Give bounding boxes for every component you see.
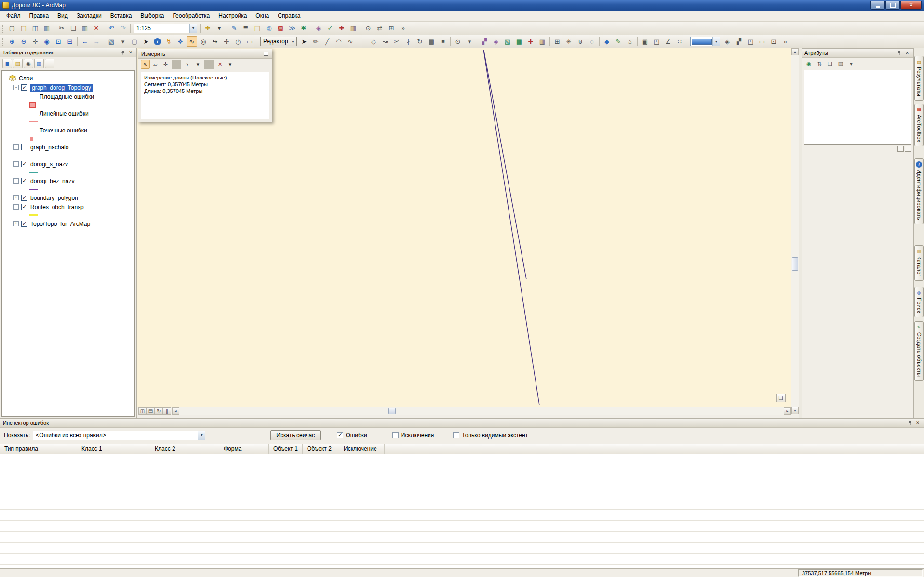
layers-tree[interactable]: Слои - ✓ graph_dorog_Topology Площадные … [1,70,135,417]
layer-checkbox[interactable]: ✓ [21,221,27,227]
modelbuilder-window-icon[interactable]: ✱ [298,23,309,34]
exceptions-checkbox[interactable] [392,432,399,438]
sidebar-tab-identify[interactable]: i Идентифицировать [914,158,924,224]
copy-icon[interactable]: ❏ [68,23,79,34]
expander-icon[interactable]: - [13,161,19,167]
layer-item-boundary-polygon[interactable]: + ✓ boundary_polygon [2,193,134,202]
split-icon[interactable]: ∤ [403,36,414,47]
layer-checkbox[interactable] [21,144,27,150]
fix-error-tool-icon[interactable]: ✚ [525,36,536,47]
delete-icon[interactable]: ✕ [91,23,102,34]
paste-icon[interactable]: ▥ [80,23,90,34]
identify-icon[interactable]: i [154,38,161,45]
chevron-down-icon[interactable] [712,37,720,46]
select-elements-icon[interactable]: ➤ [141,36,151,47]
layers-root-label[interactable]: Слои [19,75,33,82]
viewer-window-icon[interactable]: ▭ [244,36,255,47]
line-error-symbol[interactable] [29,121,38,122]
point-tool-icon[interactable]: ∙ [357,36,367,47]
validate-topology-extent-icon[interactable]: ▦ [514,36,524,47]
expander-icon[interactable]: - [13,178,19,184]
select-topology-icon[interactable]: ▣ [640,36,650,47]
html-popup-icon[interactable]: ❖ [175,36,186,47]
column-header[interactable]: Класс 2 [150,444,219,454]
go-to-xy-icon[interactable]: ✢ [221,36,232,47]
layer-item-dorogi-bez-nazv[interactable]: - ✓ dorogi_bez_nazv [2,176,134,185]
layer-item-routes-obch-transp[interactable]: - ✓ Routes_obch_transp [2,202,134,211]
zoom-whole-page-icon[interactable]: ⊡ [768,36,779,47]
clear-selection-icon[interactable]: ▢ [129,36,140,47]
overflow-chevron-icon[interactable]: » [398,23,408,34]
densify-icon[interactable]: ∷ [674,36,685,47]
layer-item-dorogi-s-nazv[interactable]: - ✓ dorogi_s_nazv [2,159,134,169]
exceptions-checkbox-label[interactable]: Исключения [401,432,434,439]
rotate-icon[interactable]: ↻ [415,36,425,47]
feature-construction-icon[interactable]: ⌂ [625,36,635,47]
chevron-down-icon[interactable] [198,431,205,440]
arctoolbox-window-icon[interactable]: ▩ [275,23,286,34]
toc-header[interactable]: Таблица содержания [0,48,136,57]
rule-filter-combo[interactable]: <Ошибки из всех правил> [33,431,205,440]
fixed-zoom-in-icon[interactable]: ⊡ [53,36,64,47]
attributes-options-dropdown-icon[interactable]: ▾ [846,59,856,68]
snapping-toggle-icon[interactable]: ⊙ [453,36,463,47]
straight-segment-icon[interactable]: ╱ [322,36,333,47]
validate-topology-area-icon[interactable]: ▧ [502,36,513,47]
hyperlink-icon[interactable]: ↯ [163,36,174,47]
pin-icon[interactable] [896,50,903,56]
layer-item-graph-nachalo[interactable]: - graph_nachalo [2,143,134,152]
sketch-properties-icon[interactable]: ≡ [438,36,448,47]
toolbar-grip[interactable] [2,24,4,33]
snapping-dropdown-icon[interactable]: ▾ [464,36,475,47]
layout-toolbar-icon[interactable]: ▭ [757,36,767,47]
add-data-icon[interactable]: ✚ [202,23,213,34]
total-dropdown-icon[interactable]: ▾ [193,60,202,69]
expander-icon[interactable]: + [13,221,19,226]
find-icon[interactable]: ◎ [198,36,209,47]
shared-features-icon[interactable]: ◳ [651,36,662,47]
layer-label[interactable]: Topo/Topo_for_ArcMap [30,221,90,227]
pause-drawing-button[interactable]: ∥ [163,407,171,415]
scroll-left-icon[interactable] [172,407,179,415]
menu-selection[interactable]: Выборка [136,11,168,21]
cut-icon[interactable]: ✂ [56,23,67,34]
menu-bookmarks[interactable]: Закладки [72,11,106,21]
topology-edit-tool-icon[interactable]: ▞ [734,36,744,47]
generalize-icon[interactable]: ∠ [663,36,673,47]
layer-checkbox[interactable]: ✓ [21,195,27,201]
scroll-right-icon[interactable] [784,407,791,415]
point-error-symbol[interactable] [30,137,33,141]
error-inspector-icon[interactable]: ▦ [348,23,359,34]
scroll-up-icon[interactable] [791,48,799,55]
fixed-zoom-out-icon[interactable]: ⊟ [65,36,75,47]
error-inspector-header[interactable]: Инспектор ошибок [0,418,924,428]
column-header[interactable]: Класс 1 [77,444,150,454]
map-vertical-scrollbar[interactable] [791,48,799,415]
select-dropdown-icon[interactable]: ▾ [118,36,128,47]
close-icon[interactable] [914,420,921,426]
column-header[interactable]: Тип правила [0,444,77,454]
line-symbol[interactable] [29,214,38,216]
menu-file[interactable]: Файл [2,11,25,21]
sidebar-tab-search[interactable]: ◎ Поиск [914,287,924,317]
expander-icon[interactable]: - [13,204,19,210]
zoom-out-icon[interactable]: ⊖ [18,36,29,47]
catalog-window-icon[interactable]: ▤ [252,23,263,34]
layer-label[interactable]: Routes_obch_transp [30,204,84,210]
clear-results-icon[interactable]: ✕ [215,60,225,69]
symbol-selector-icon[interactable]: ◆ [602,36,612,47]
vertical-scroll-thumb[interactable] [792,257,798,271]
edit-vertices-icon[interactable]: ◇ [368,36,379,47]
scroll-down-icon[interactable] [791,407,799,414]
error-inspector-window-icon[interactable]: ▥ [537,36,548,47]
undo-icon[interactable]: ↶ [106,23,117,34]
list-by-drawing-order-icon[interactable]: ≣ [2,59,12,68]
attributes-header[interactable]: Атрибуты [802,49,913,58]
map-canvas[interactable]: ❏ Измерить ∿ ▱ ✛ Σ [137,48,791,407]
menu-geoprocessing[interactable]: Геообработка [168,11,214,21]
find-route-icon[interactable]: ↪ [210,36,220,47]
pin-icon[interactable] [120,49,126,56]
column-header[interactable]: Форма [219,444,269,454]
attributes-content[interactable] [804,70,911,145]
errors-checkbox[interactable]: ✓ [337,432,343,438]
